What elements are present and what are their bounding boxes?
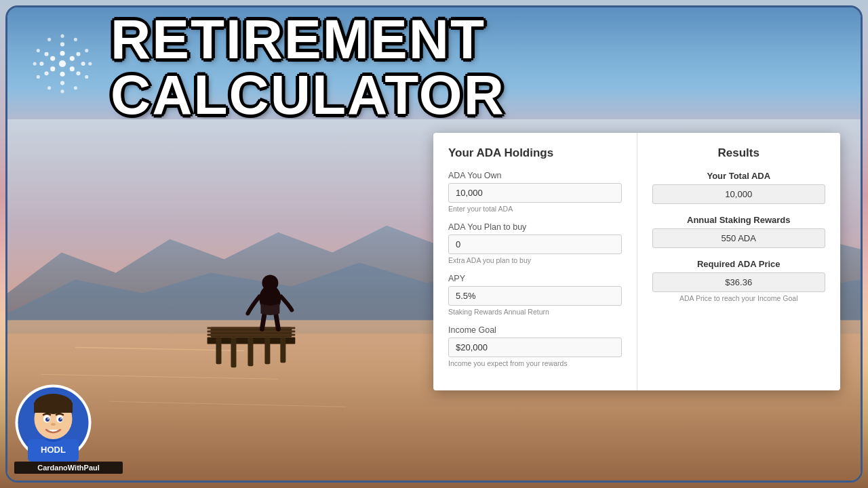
svg-rect-35 [231, 337, 236, 367]
svg-rect-40 [208, 330, 296, 332]
ada-buy-group: ADA You Plan to buy Extra ADA you plan t… [448, 222, 622, 264]
avatar: HODL [14, 384, 92, 462]
svg-point-12 [81, 61, 85, 65]
required-price-hint: ADA Price to reach your Income Goal [652, 294, 826, 302]
page-title: RETIREMENT CALCULATOR [111, 5, 840, 123]
apy-label: APY [448, 274, 622, 283]
results-section: Results Your Total ADA 10,000 Annual Sta… [637, 133, 841, 390]
svg-point-26 [74, 86, 77, 89]
staking-rewards-result: Annual Staking Rewards 550 ADA [652, 215, 826, 248]
svg-point-6 [70, 66, 75, 71]
staking-rewards-value: 550 ADA [652, 228, 826, 248]
required-price-label: Required ADA Price [652, 259, 826, 269]
income-goal-label: Income Goal [448, 325, 622, 335]
svg-point-21 [33, 62, 37, 65]
svg-point-0 [59, 60, 66, 66]
ada-buy-label: ADA You Plan to buy [448, 222, 622, 232]
svg-point-1 [60, 51, 64, 56]
svg-point-20 [85, 49, 88, 52]
svg-rect-34 [216, 337, 222, 364]
calculator-card: Your ADA Holdings ADA You Own Enter your… [433, 133, 840, 390]
svg-point-5 [50, 66, 55, 71]
total-ada-result: Your Total ADA 10,000 [652, 171, 826, 204]
svg-point-54 [60, 418, 62, 420]
svg-point-24 [85, 75, 88, 78]
svg-point-18 [74, 37, 77, 41]
income-goal-input[interactable] [448, 338, 622, 357]
header-banner: RETIREMENT CALCULATOR [7, 7, 861, 119]
svg-point-16 [60, 89, 64, 93]
svg-rect-37 [264, 337, 270, 364]
svg-rect-48 [34, 403, 73, 413]
svg-text:HODL: HODL [41, 445, 66, 455]
svg-point-22 [88, 62, 92, 65]
svg-point-11 [39, 61, 43, 65]
svg-point-15 [60, 34, 64, 37]
cardano-logo [28, 26, 97, 101]
svg-point-8 [60, 81, 64, 85]
ada-owned-input[interactable] [448, 183, 622, 203]
svg-rect-38 [280, 337, 285, 363]
required-price-value: $36.36 [652, 272, 826, 292]
inputs-section: Your ADA Holdings ADA You Own Enter your… [433, 133, 637, 390]
svg-point-55 [51, 423, 56, 426]
svg-rect-41 [208, 333, 296, 336]
total-ada-label: Your Total ADA [652, 171, 826, 181]
svg-point-23 [37, 75, 40, 78]
ada-owned-group: ADA You Own Enter your total ADA [448, 171, 622, 213]
svg-point-4 [70, 56, 75, 60]
svg-point-10 [76, 52, 80, 56]
ada-buy-input[interactable] [448, 235, 622, 254]
channel-name: CardanoWithPaul [14, 462, 123, 474]
svg-point-52 [58, 418, 62, 422]
results-title: Results [652, 146, 826, 160]
ada-owned-hint: Enter your total ADA [448, 205, 622, 213]
svg-point-9 [44, 52, 48, 56]
ada-owned-label: ADA You Own [448, 171, 622, 180]
avatar-container: HODL CardanoWithPaul [14, 384, 123, 474]
svg-point-14 [76, 71, 80, 75]
svg-point-25 [47, 86, 51, 89]
svg-point-43 [262, 275, 278, 291]
apy-hint: Staking Rewards Annual Return [448, 308, 622, 316]
required-price-result: Required ADA Price $36.36 ADA Price to r… [652, 259, 826, 302]
income-goal-group: Income Goal Income you expect from your … [448, 325, 622, 367]
svg-point-7 [60, 42, 64, 46]
svg-point-51 [45, 418, 50, 422]
apy-group: APY Staking Rewards Annual Return [448, 274, 622, 316]
total-ada-value: 10,000 [652, 184, 826, 204]
inputs-title: Your ADA Holdings [448, 146, 622, 160]
ada-buy-hint: Extra ADA you plan to buy [448, 256, 622, 264]
svg-point-3 [50, 56, 55, 60]
svg-point-53 [47, 418, 49, 420]
svg-point-17 [47, 37, 51, 41]
svg-point-19 [37, 49, 40, 52]
svg-rect-39 [208, 327, 296, 329]
svg-point-2 [60, 71, 64, 76]
svg-point-13 [44, 71, 48, 75]
apy-input[interactable] [448, 286, 622, 306]
svg-rect-36 [248, 337, 253, 366]
staking-rewards-label: Annual Staking Rewards [652, 215, 826, 225]
income-goal-hint: Income you expect from your rewards [448, 359, 622, 367]
